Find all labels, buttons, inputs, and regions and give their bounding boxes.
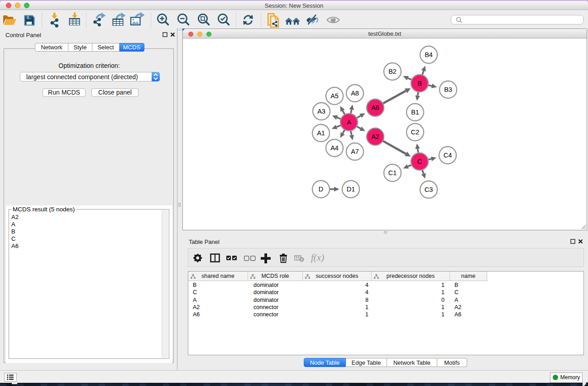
svg-text:A2: A2	[371, 133, 379, 140]
svg-text:A8: A8	[351, 90, 359, 97]
svg-text:D: D	[319, 186, 323, 193]
svg-text:C3: C3	[425, 186, 433, 193]
svg-text:A: A	[347, 119, 351, 126]
svg-text:B3: B3	[444, 86, 452, 93]
svg-text:A5: A5	[330, 92, 339, 100]
svg-text:B4: B4	[425, 51, 433, 58]
svg-text:B1: B1	[411, 109, 419, 116]
svg-text:A1: A1	[317, 129, 325, 137]
svg-text:D1: D1	[347, 186, 355, 193]
svg-text:C4: C4	[444, 152, 452, 159]
svg-text:C1: C1	[388, 169, 397, 176]
svg-text:A6: A6	[371, 104, 379, 111]
svg-text:B2: B2	[388, 68, 397, 75]
svg-text:B: B	[417, 80, 422, 87]
svg-text:A7: A7	[351, 148, 359, 155]
svg-text:A4: A4	[330, 144, 339, 152]
svg-text:C2: C2	[411, 129, 420, 136]
svg-text:A3: A3	[317, 108, 325, 115]
svg-text:C: C	[417, 158, 422, 165]
